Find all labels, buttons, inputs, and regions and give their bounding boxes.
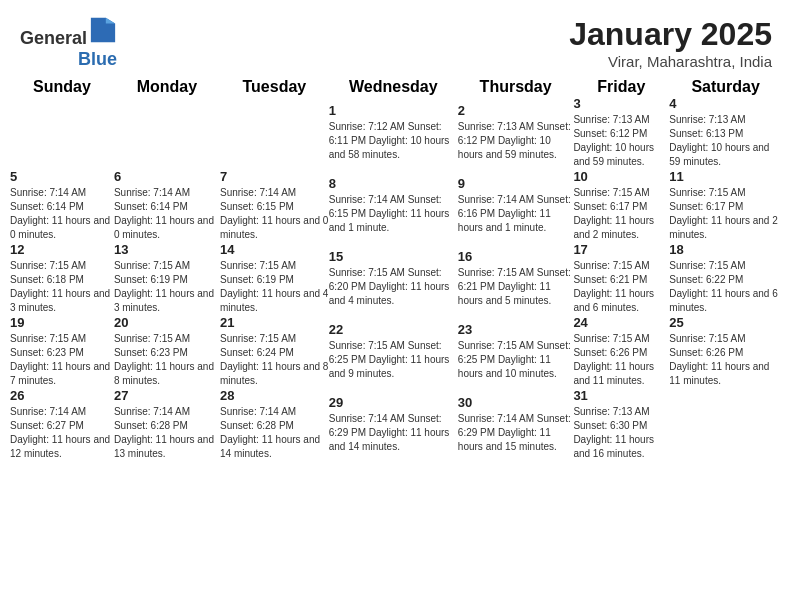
calendar-cell: 4Sunrise: 7:13 AM Sunset: 6:13 PM Daylig… xyxy=(669,96,782,169)
day-number: 12 xyxy=(10,242,114,257)
calendar-cell: 26Sunrise: 7:14 AM Sunset: 6:27 PM Dayli… xyxy=(10,388,114,461)
day-of-week-saturday: Saturday xyxy=(669,78,782,96)
calendar-cell xyxy=(114,96,220,169)
day-number: 25 xyxy=(669,315,782,330)
calendar-cell: 16Sunrise: 7:15 AM Sunset: 6:21 PM Dayli… xyxy=(458,242,574,315)
day-number: 19 xyxy=(10,315,114,330)
calendar-cell: 24Sunrise: 7:15 AM Sunset: 6:26 PM Dayli… xyxy=(573,315,669,388)
day-info: Sunrise: 7:15 AM Sunset: 6:25 PM Dayligh… xyxy=(458,339,574,381)
day-number: 11 xyxy=(669,169,782,184)
day-number: 24 xyxy=(573,315,669,330)
day-info: Sunrise: 7:15 AM Sunset: 6:17 PM Dayligh… xyxy=(573,186,669,242)
day-number: 3 xyxy=(573,96,669,111)
calendar-header: SundayMondayTuesdayWednesdayThursdayFrid… xyxy=(10,78,782,96)
day-number: 22 xyxy=(329,322,458,337)
calendar-week-2: 5Sunrise: 7:14 AM Sunset: 6:14 PM Daylig… xyxy=(10,169,782,242)
calendar-cell: 7Sunrise: 7:14 AM Sunset: 6:15 PM Daylig… xyxy=(220,169,329,242)
day-of-week-sunday: Sunday xyxy=(10,78,114,96)
calendar-cell xyxy=(220,96,329,169)
day-of-week-thursday: Thursday xyxy=(458,78,574,96)
calendar-body: 1Sunrise: 7:12 AM Sunset: 6:11 PM Daylig… xyxy=(10,96,782,461)
day-info: Sunrise: 7:14 AM Sunset: 6:15 PM Dayligh… xyxy=(220,186,329,242)
day-number: 14 xyxy=(220,242,329,257)
day-info: Sunrise: 7:14 AM Sunset: 6:27 PM Dayligh… xyxy=(10,405,114,461)
calendar-cell: 14Sunrise: 7:15 AM Sunset: 6:19 PM Dayli… xyxy=(220,242,329,315)
day-number: 21 xyxy=(220,315,329,330)
calendar-cell: 31Sunrise: 7:13 AM Sunset: 6:30 PM Dayli… xyxy=(573,388,669,461)
calendar-table: SundayMondayTuesdayWednesdayThursdayFrid… xyxy=(10,78,782,461)
day-number: 5 xyxy=(10,169,114,184)
svg-marker-1 xyxy=(106,18,115,24)
calendar-cell xyxy=(669,388,782,461)
calendar-cell: 25Sunrise: 7:15 AM Sunset: 6:26 PM Dayli… xyxy=(669,315,782,388)
calendar-cell: 3Sunrise: 7:13 AM Sunset: 6:12 PM Daylig… xyxy=(573,96,669,169)
day-number: 15 xyxy=(329,249,458,264)
calendar-week-1: 1Sunrise: 7:12 AM Sunset: 6:11 PM Daylig… xyxy=(10,96,782,169)
calendar-week-3: 12Sunrise: 7:15 AM Sunset: 6:18 PM Dayli… xyxy=(10,242,782,315)
day-number: 9 xyxy=(458,176,574,191)
day-number: 16 xyxy=(458,249,574,264)
title-area: January 2025 Virar, Maharashtra, India xyxy=(569,16,772,70)
calendar-cell: 28Sunrise: 7:14 AM Sunset: 6:28 PM Dayli… xyxy=(220,388,329,461)
month-title: January 2025 xyxy=(569,16,772,53)
calendar-cell: 17Sunrise: 7:15 AM Sunset: 6:21 PM Dayli… xyxy=(573,242,669,315)
calendar-cell: 11Sunrise: 7:15 AM Sunset: 6:17 PM Dayli… xyxy=(669,169,782,242)
calendar-cell: 30Sunrise: 7:14 AM Sunset: 6:29 PM Dayli… xyxy=(458,388,574,461)
day-of-week-friday: Friday xyxy=(573,78,669,96)
day-info: Sunrise: 7:15 AM Sunset: 6:24 PM Dayligh… xyxy=(220,332,329,388)
day-number: 1 xyxy=(329,103,458,118)
day-info: Sunrise: 7:15 AM Sunset: 6:26 PM Dayligh… xyxy=(669,332,782,388)
day-info: Sunrise: 7:15 AM Sunset: 6:17 PM Dayligh… xyxy=(669,186,782,242)
day-number: 10 xyxy=(573,169,669,184)
day-info: Sunrise: 7:15 AM Sunset: 6:18 PM Dayligh… xyxy=(10,259,114,315)
day-info: Sunrise: 7:15 AM Sunset: 6:19 PM Dayligh… xyxy=(220,259,329,315)
calendar-cell: 1Sunrise: 7:12 AM Sunset: 6:11 PM Daylig… xyxy=(329,96,458,169)
day-info: Sunrise: 7:13 AM Sunset: 6:13 PM Dayligh… xyxy=(669,113,782,169)
day-info: Sunrise: 7:15 AM Sunset: 6:21 PM Dayligh… xyxy=(573,259,669,315)
calendar-cell: 2Sunrise: 7:13 AM Sunset: 6:12 PM Daylig… xyxy=(458,96,574,169)
day-number: 18 xyxy=(669,242,782,257)
day-info: Sunrise: 7:13 AM Sunset: 6:12 PM Dayligh… xyxy=(458,120,574,162)
day-number: 31 xyxy=(573,388,669,403)
day-number: 13 xyxy=(114,242,220,257)
calendar-cell: 18Sunrise: 7:15 AM Sunset: 6:22 PM Dayli… xyxy=(669,242,782,315)
calendar-cell: 9Sunrise: 7:14 AM Sunset: 6:16 PM Daylig… xyxy=(458,169,574,242)
day-of-week-tuesday: Tuesday xyxy=(220,78,329,96)
day-info: Sunrise: 7:14 AM Sunset: 6:14 PM Dayligh… xyxy=(114,186,220,242)
calendar-cell: 12Sunrise: 7:15 AM Sunset: 6:18 PM Dayli… xyxy=(10,242,114,315)
day-of-week-wednesday: Wednesday xyxy=(329,78,458,96)
day-info: Sunrise: 7:14 AM Sunset: 6:28 PM Dayligh… xyxy=(220,405,329,461)
day-info: Sunrise: 7:14 AM Sunset: 6:29 PM Dayligh… xyxy=(329,412,458,454)
calendar-cell: 13Sunrise: 7:15 AM Sunset: 6:19 PM Dayli… xyxy=(114,242,220,315)
calendar-cell: 6Sunrise: 7:14 AM Sunset: 6:14 PM Daylig… xyxy=(114,169,220,242)
day-number: 20 xyxy=(114,315,220,330)
calendar-cell: 21Sunrise: 7:15 AM Sunset: 6:24 PM Dayli… xyxy=(220,315,329,388)
calendar-cell: 23Sunrise: 7:15 AM Sunset: 6:25 PM Dayli… xyxy=(458,315,574,388)
day-number: 6 xyxy=(114,169,220,184)
day-number: 4 xyxy=(669,96,782,111)
calendar-cell: 10Sunrise: 7:15 AM Sunset: 6:17 PM Dayli… xyxy=(573,169,669,242)
calendar-cell: 22Sunrise: 7:15 AM Sunset: 6:25 PM Dayli… xyxy=(329,315,458,388)
day-number: 30 xyxy=(458,395,574,410)
page-header: General Blue January 2025 Virar, Maharas… xyxy=(0,0,792,78)
day-info: Sunrise: 7:15 AM Sunset: 6:22 PM Dayligh… xyxy=(669,259,782,315)
logo: General Blue xyxy=(20,16,117,70)
calendar-wrapper: SundayMondayTuesdayWednesdayThursdayFrid… xyxy=(0,78,792,471)
day-info: Sunrise: 7:15 AM Sunset: 6:25 PM Dayligh… xyxy=(329,339,458,381)
calendar-cell: 29Sunrise: 7:14 AM Sunset: 6:29 PM Dayli… xyxy=(329,388,458,461)
day-info: Sunrise: 7:15 AM Sunset: 6:23 PM Dayligh… xyxy=(10,332,114,388)
calendar-cell: 19Sunrise: 7:15 AM Sunset: 6:23 PM Dayli… xyxy=(10,315,114,388)
day-info: Sunrise: 7:13 AM Sunset: 6:30 PM Dayligh… xyxy=(573,405,669,461)
day-info: Sunrise: 7:14 AM Sunset: 6:28 PM Dayligh… xyxy=(114,405,220,461)
day-info: Sunrise: 7:12 AM Sunset: 6:11 PM Dayligh… xyxy=(329,120,458,162)
day-info: Sunrise: 7:14 AM Sunset: 6:15 PM Dayligh… xyxy=(329,193,458,235)
day-number: 28 xyxy=(220,388,329,403)
day-number: 7 xyxy=(220,169,329,184)
day-number: 29 xyxy=(329,395,458,410)
day-number: 27 xyxy=(114,388,220,403)
day-number: 26 xyxy=(10,388,114,403)
day-of-week-monday: Monday xyxy=(114,78,220,96)
day-number: 17 xyxy=(573,242,669,257)
calendar-week-4: 19Sunrise: 7:15 AM Sunset: 6:23 PM Dayli… xyxy=(10,315,782,388)
calendar-cell: 5Sunrise: 7:14 AM Sunset: 6:14 PM Daylig… xyxy=(10,169,114,242)
